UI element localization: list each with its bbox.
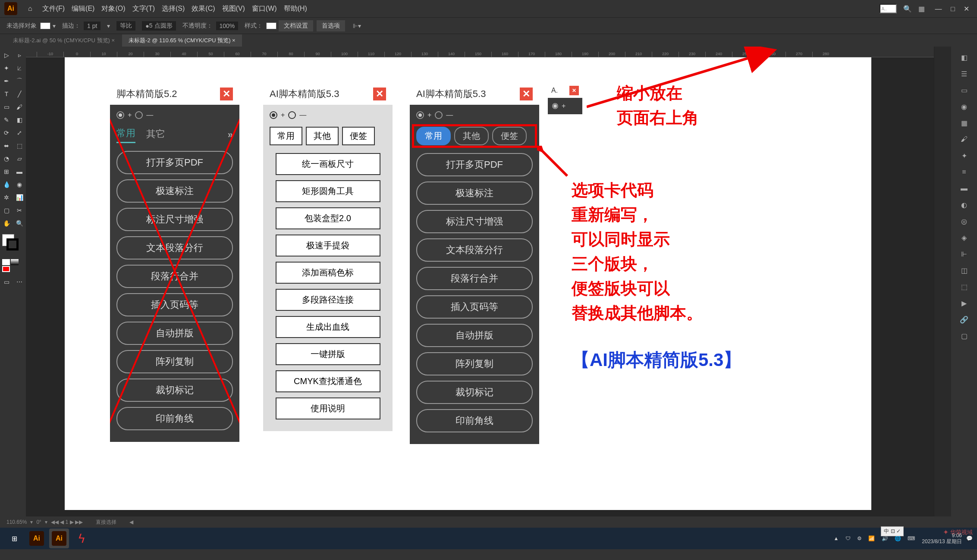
menu-effect[interactable]: 效果(C) (192, 4, 215, 13)
menu-file[interactable]: 文件(F) (42, 4, 65, 13)
radio-row[interactable]: + — (116, 111, 233, 119)
selection-tool[interactable]: ▷ (0, 49, 13, 62)
uniform-scale[interactable]: 等比 (116, 21, 135, 31)
magic-wand-tool[interactable]: ✦ (0, 62, 13, 75)
fill-swatch[interactable] (40, 22, 50, 29)
eyedropper-tool[interactable]: 💧 (0, 178, 13, 191)
btn-array-copy[interactable]: 阵列复制 (116, 350, 233, 373)
mesh-tool[interactable]: ⊞ (0, 165, 13, 178)
layers-icon[interactable]: ☰ (958, 67, 971, 80)
radio-on-icon[interactable] (552, 103, 558, 109)
graph-tool[interactable]: 📊 (13, 191, 26, 204)
brush-profile[interactable]: ● 5 点圆形 (142, 21, 176, 31)
close-tab-icon[interactable]: × (232, 37, 236, 44)
properties-icon[interactable]: ◧ (958, 51, 971, 64)
btn-page-number[interactable]: 插入页码等 (116, 293, 233, 316)
style-swatch[interactable] (266, 22, 276, 29)
search-icon[interactable]: 🔍 (903, 5, 912, 13)
btn-fast-annotate[interactable]: 极速标注 (116, 179, 233, 203)
btn-path-connect[interactable]: 多段路径连接 (276, 289, 380, 311)
menu-edit[interactable]: 编辑(E) (72, 4, 94, 13)
doc-tab-2[interactable]: 未标题-2 @ 110.65 % (CMYK/CPU 预览) × (122, 34, 242, 47)
task-ai-2[interactable]: Ai (49, 529, 69, 548)
btn-page-number[interactable]: 插入页码等 (416, 295, 533, 319)
mini-panel-input[interactable] (880, 4, 897, 13)
gradient-icon[interactable]: ▬ (958, 182, 971, 195)
btn-bleed-line[interactable]: 生成出血线 (276, 316, 380, 338)
btn-corner-line[interactable]: 印前角线 (116, 407, 233, 430)
btn-cmyk-pantone[interactable]: CMYK查找潘通色 (276, 370, 380, 392)
shape-builder-tool[interactable]: ◔ (0, 152, 13, 165)
close-tab-icon[interactable]: × (111, 37, 115, 44)
brushes-icon[interactable]: 🖌 (958, 133, 971, 146)
menu-object[interactable]: 对象(O) (101, 4, 125, 13)
symbols-icon[interactable]: ✦ (958, 149, 971, 162)
btn-open-pdf[interactable]: 打开多页PDF (416, 153, 533, 176)
task-app-3[interactable]: ϟ (72, 529, 91, 548)
width-tool[interactable]: ⬌ (0, 139, 13, 152)
eraser-tool[interactable]: ◧ (13, 113, 26, 126)
pathfinder-icon[interactable]: ◫ (958, 264, 971, 277)
btn-crop-marks[interactable]: 裁切标记 (416, 381, 533, 404)
close-icon[interactable]: ✕ (569, 86, 579, 95)
perspective-tool[interactable]: ▱ (13, 152, 26, 165)
rectangle-tool[interactable]: ▭ (0, 100, 13, 113)
zoom-tool[interactable]: 🔍 (13, 217, 26, 230)
menu-type[interactable]: 文字(T) (132, 4, 155, 13)
menu-select[interactable]: 选择(S) (162, 4, 185, 13)
menu-window[interactable]: 窗口(W) (252, 4, 277, 13)
rotation-angle[interactable]: 0° (36, 519, 41, 525)
gradient-tool[interactable]: ▬ (13, 165, 26, 178)
close-button[interactable]: ✕ (964, 5, 969, 13)
slice-tool[interactable]: ✂ (13, 204, 26, 217)
menu-help[interactable]: 帮助(H) (284, 4, 307, 13)
close-icon[interactable]: ✕ (220, 88, 233, 100)
btn-one-click-impose[interactable]: 一键拼版 (276, 343, 380, 365)
transparency-icon[interactable]: ◐ (958, 198, 971, 211)
radio-on-icon[interactable] (270, 111, 277, 119)
free-transform-tool[interactable]: ⬚ (13, 139, 26, 152)
radio-on-icon[interactable] (116, 111, 124, 119)
color-icon[interactable]: ◉ (958, 100, 971, 113)
btn-unify-artboard[interactable]: 统一画板尺寸 (276, 153, 380, 175)
stroke-weight[interactable]: 1 pt (84, 22, 101, 30)
start-button[interactable]: ⊞ (4, 529, 24, 548)
btn-dim-enhance[interactable]: 标注尺寸增强 (116, 208, 233, 231)
opacity-value[interactable]: 100% (216, 22, 239, 30)
tab-other[interactable]: 其它 (146, 128, 165, 143)
notifications-icon[interactable]: 💬 (966, 535, 973, 541)
type-tool[interactable]: T (0, 88, 13, 100)
home-icon[interactable]: ⌂ (28, 5, 32, 13)
screen-mode[interactable]: ▭ (0, 275, 13, 288)
edit-toolbar[interactable]: ⋯ (13, 275, 26, 288)
btn-box-type[interactable]: 包装盒型2.0 (276, 207, 380, 229)
minimize-button[interactable]: — (935, 5, 942, 13)
ime-indicator[interactable]: 中 ⊡ ✓ (881, 526, 904, 536)
blend-tool[interactable]: ◉ (13, 178, 26, 191)
actions-icon[interactable]: ▶ (958, 297, 971, 310)
swatches-icon[interactable]: ▦ (958, 116, 971, 129)
libraries-icon[interactable]: ▭ (958, 84, 971, 97)
hand-tool[interactable]: ✋ (0, 217, 13, 230)
btn-auto-impose[interactable]: 自动拼版 (416, 324, 533, 347)
btn-auto-impose[interactable]: 自动拼版 (116, 322, 233, 345)
artboard-nav[interactable]: ◀◀ ◀ 1 ▶ ▶▶ (51, 519, 83, 525)
radio-on-icon[interactable] (416, 111, 424, 119)
artboard-tool[interactable]: ▢ (0, 204, 13, 217)
doc-setup-button[interactable]: 文档设置 (279, 20, 313, 31)
lasso-tool[interactable]: ⟀ (13, 62, 26, 75)
preferences-button[interactable]: 首选项 (317, 20, 345, 31)
radio-row[interactable]: + — (416, 111, 533, 119)
btn-crop-marks[interactable]: 裁切标记 (116, 379, 233, 402)
radio-row[interactable]: + — (270, 111, 386, 119)
brush-tool[interactable]: 🖌 (13, 100, 26, 113)
arrange-docs-icon[interactable]: ▦ (918, 5, 925, 13)
links-icon[interactable]: 🔗 (958, 313, 971, 326)
btn-handbag[interactable]: 极速手提袋 (276, 235, 380, 257)
appearance-icon[interactable]: ◎ (958, 215, 971, 228)
btn-fast-annotate[interactable]: 极速标注 (416, 181, 533, 205)
close-icon[interactable]: ✕ (520, 88, 533, 100)
align-icon[interactable]: ⊩ (958, 247, 971, 260)
menu-view[interactable]: 视图(V) (222, 4, 245, 13)
radio-off-icon[interactable] (288, 111, 296, 119)
